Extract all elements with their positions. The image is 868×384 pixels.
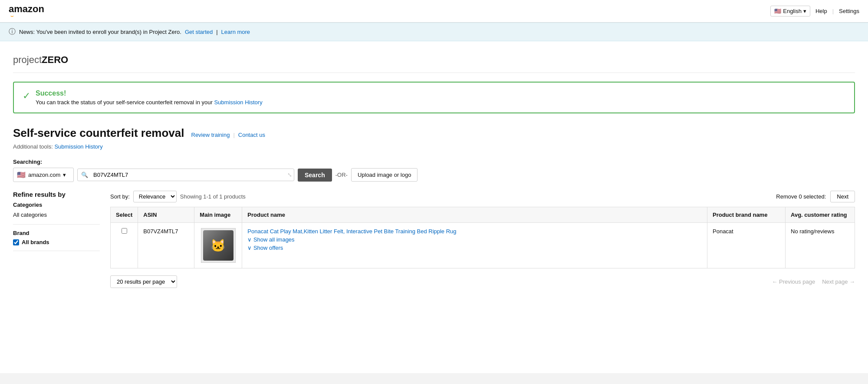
col-asin-header: ASIN: [138, 207, 194, 223]
row-checkbox[interactable]: [122, 228, 127, 234]
remove-selected-label: Remove 0 selected:: [776, 193, 826, 200]
project-text: project: [13, 54, 42, 65]
search-row: 🇺🇸 amazon.com ▾ 🔍 ⤡ Search -OR- Upload i…: [13, 168, 855, 182]
product-name-link[interactable]: Ponacat Cat Play Mat,Kitten Litter Felt,…: [247, 228, 456, 235]
per-page-select[interactable]: 20 results per page: [110, 275, 177, 288]
next-page-link: Next page →: [822, 278, 855, 285]
success-content: Success! You can track the status of you…: [36, 89, 263, 106]
review-training-link[interactable]: Review training: [191, 132, 230, 138]
sort-label: Sort by:: [110, 193, 130, 200]
row-select-cell: [111, 223, 138, 268]
banner-text: News: You've been invited to enroll your…: [19, 29, 181, 35]
logo-text: amazon ⌣: [9, 3, 44, 19]
sidebar: Refine results by Categories All categor…: [13, 191, 100, 288]
show-all-images-label: Show all images: [253, 236, 295, 243]
heading-links: Review training | Contact us: [191, 132, 265, 138]
col-image-header: Main image: [194, 207, 242, 223]
contact-us-link[interactable]: Contact us: [238, 132, 265, 138]
sidebar-item-all-categories[interactable]: All categories: [13, 211, 100, 219]
or-text: -OR-: [335, 172, 348, 178]
header-right: 🇺🇸 English ▾ Help | Settings: [770, 6, 859, 17]
success-body-text: You can track the status of your self-se…: [36, 99, 213, 106]
searching-label: Searching:: [13, 159, 855, 165]
previous-page-link: ← Previous page: [772, 278, 815, 285]
dropdown-icon: ▾: [803, 8, 806, 14]
results-table: Select ASIN Main image Product name Prod…: [110, 207, 855, 268]
sidebar-categories-title: Categories: [13, 202, 100, 208]
col-select-header: Select: [111, 207, 138, 223]
search-button[interactable]: Search: [298, 169, 332, 182]
product-image: 🐱: [201, 228, 236, 263]
additional-tools-label: Additional tools:: [13, 143, 53, 150]
show-offers-link[interactable]: ∨ Show offers: [247, 245, 702, 251]
sidebar-brand-title: Brand: [13, 230, 100, 236]
col-rating-header: Avg. customer rating: [786, 207, 855, 223]
col-brand-header: Product brand name: [707, 207, 786, 223]
heading-pipe: |: [233, 132, 234, 138]
success-title: Success!: [36, 89, 263, 97]
pagination-bottom: 20 results per page ← Previous page Next…: [110, 275, 855, 288]
settings-link[interactable]: Settings: [839, 8, 859, 14]
product-image-placeholder: 🐱: [203, 230, 233, 261]
row-brand: Ponacat: [713, 228, 733, 235]
show-offers-label: Show offers: [253, 245, 283, 251]
zero-text: ZERO: [42, 54, 68, 65]
search-magnifier-icon: 🔍: [78, 169, 92, 181]
marketplace-select[interactable]: 🇺🇸 amazon.com ▾: [13, 168, 74, 182]
marketplace-flag: 🇺🇸: [17, 171, 26, 179]
header: amazon ⌣ 🇺🇸 English ▾ Help | Settings: [0, 0, 868, 23]
brand-checkbox-label: All brands: [22, 239, 49, 245]
search-section: Searching: 🇺🇸 amazon.com ▾ 🔍 ⤡ Search -O…: [13, 159, 855, 182]
upload-image-button[interactable]: Upload image or logo: [351, 168, 418, 182]
row-brand-cell: Ponacat: [707, 223, 786, 268]
resize-handle-icon: ⤡: [286, 170, 294, 180]
chevron-down-icon: ∨: [247, 236, 252, 243]
row-rating: No rating/reviews: [791, 228, 834, 235]
table-body: B07VZ4MTL7 🐱 Ponacat Cat Play Mat,Kitten…: [111, 223, 855, 268]
marketplace-label: amazon.com: [28, 172, 60, 178]
help-link[interactable]: Help: [815, 8, 827, 14]
page-nav: ← Previous page Next page →: [772, 278, 855, 285]
search-input-wrapper: 🔍 ⤡: [77, 169, 294, 181]
row-asin: B07VZ4MTL7: [143, 228, 178, 235]
success-box: ✓ Success! You can track the status of y…: [13, 82, 855, 113]
page-title: Self-service counterfeit removal: [13, 126, 184, 140]
additional-tools: Additional tools: Submission History: [13, 143, 855, 150]
next-button[interactable]: Next: [830, 191, 855, 202]
showing-text: Showing 1-1 of 1 products: [180, 193, 246, 200]
language-label: English: [783, 8, 802, 14]
learn-more-link[interactable]: Learn more: [221, 29, 250, 35]
banner-pipe: |: [216, 29, 217, 35]
table-header-row: Select ASIN Main image Product name Prod…: [111, 207, 855, 223]
table-row: B07VZ4MTL7 🐱 Ponacat Cat Play Mat,Kitten…: [111, 223, 855, 268]
submission-history-link-success[interactable]: Submission History: [214, 99, 262, 106]
table-header: Select ASIN Main image Product name Prod…: [111, 207, 855, 223]
search-input[interactable]: [92, 169, 286, 181]
chevron-down-icon-offers: ∨: [247, 245, 252, 251]
show-all-images-link[interactable]: ∨ Show all images: [247, 236, 702, 243]
language-select[interactable]: 🇺🇸 English ▾: [770, 6, 810, 17]
main-content: projectZERO ✓ Success! You can track the…: [0, 41, 868, 373]
info-banner: ⓘ News: You've been invited to enroll yo…: [0, 23, 868, 41]
sidebar-divider: [13, 224, 100, 225]
sort-right: Remove 0 selected: Next: [776, 191, 855, 202]
info-icon: ⓘ: [9, 27, 16, 36]
col-product-header: Product name: [242, 207, 707, 223]
sort-bar: Sort by: Relevance Showing 1-1 of 1 prod…: [110, 191, 855, 202]
row-asin-cell: B07VZ4MTL7: [138, 223, 194, 268]
logo-area: amazon ⌣: [9, 3, 44, 19]
project-zero-header: projectZERO: [13, 50, 855, 73]
submission-history-link[interactable]: Submission History: [54, 143, 102, 150]
sidebar-heading: Refine results by: [13, 191, 100, 198]
row-product-cell: Ponacat Cat Play Mat,Kitten Litter Felt,…: [242, 223, 707, 268]
brand-checkbox-all[interactable]: All brands: [13, 239, 100, 245]
success-body: You can track the status of your self-se…: [36, 99, 263, 106]
row-image-cell: 🐱: [194, 223, 242, 268]
get-started-link[interactable]: Get started: [185, 29, 213, 35]
brand-checkbox-input[interactable]: [13, 239, 19, 245]
sort-select[interactable]: Relevance: [133, 191, 177, 202]
content-area: Refine results by Categories All categor…: [13, 191, 855, 288]
header-sep-1: |: [832, 8, 834, 14]
amazon-logo[interactable]: amazon ⌣: [9, 3, 44, 19]
sidebar-divider-2: [13, 251, 100, 251]
